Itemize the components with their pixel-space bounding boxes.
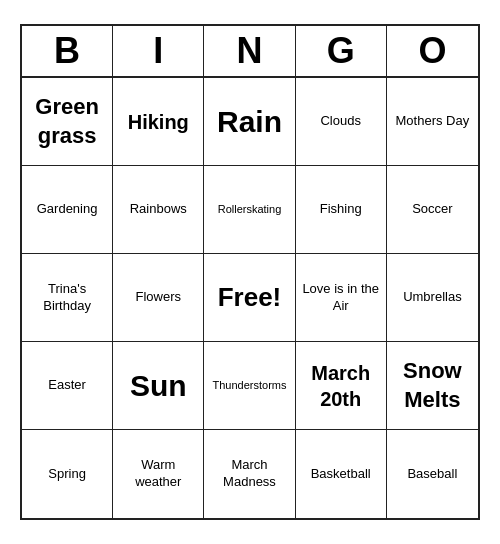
bingo-cell: Warm weather [113, 430, 204, 518]
bingo-cell: Green grass [22, 78, 113, 166]
bingo-cell: Basketball [296, 430, 387, 518]
bingo-cell: Mothers Day [387, 78, 478, 166]
bingo-cell: Fishing [296, 166, 387, 254]
bingo-cell: Love is in the Air [296, 254, 387, 342]
bingo-cell: Rainbows [113, 166, 204, 254]
bingo-cell: Snow Melts [387, 342, 478, 430]
bingo-cell: Sun [113, 342, 204, 430]
bingo-cell: Rollerskating [204, 166, 295, 254]
bingo-cell: Gardening [22, 166, 113, 254]
bingo-cell: Free! [204, 254, 295, 342]
bingo-cell: March 20th [296, 342, 387, 430]
bingo-cell: Spring [22, 430, 113, 518]
bingo-cell: Baseball [387, 430, 478, 518]
bingo-cell: Easter [22, 342, 113, 430]
bingo-cell: Flowers [113, 254, 204, 342]
header-letter: G [296, 26, 387, 76]
bingo-cell: Trina's Birthday [22, 254, 113, 342]
bingo-header: BINGO [22, 26, 478, 78]
header-letter: O [387, 26, 478, 76]
header-letter: I [113, 26, 204, 76]
header-letter: B [22, 26, 113, 76]
bingo-card: BINGO Green grassHikingRainCloudsMothers… [20, 24, 480, 520]
bingo-cell: Umbrellas [387, 254, 478, 342]
header-letter: N [204, 26, 295, 76]
bingo-cell: Thunderstorms [204, 342, 295, 430]
bingo-cell: March Madness [204, 430, 295, 518]
bingo-grid: Green grassHikingRainCloudsMothers DayGa… [22, 78, 478, 518]
bingo-cell: Clouds [296, 78, 387, 166]
bingo-cell: Soccer [387, 166, 478, 254]
bingo-cell: Rain [204, 78, 295, 166]
bingo-cell: Hiking [113, 78, 204, 166]
